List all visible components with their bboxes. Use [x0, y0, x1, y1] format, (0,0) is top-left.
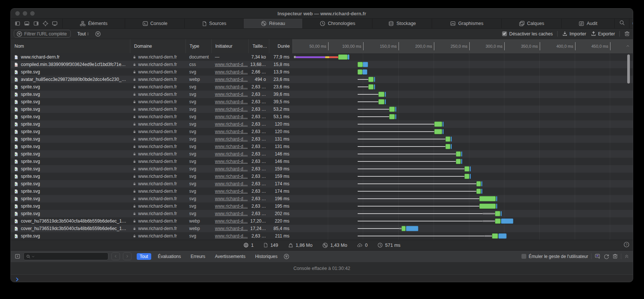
- table-row[interactable]: sprite.svg www.richard-dern.fr svg www.r…: [11, 68, 633, 76]
- import-button[interactable]: Importer: [562, 31, 586, 37]
- console-scope-avertissements[interactable]: Avertissements: [212, 253, 248, 260]
- status-item: 0: [357, 243, 368, 248]
- column-header-type[interactable]: Type: [185, 39, 211, 53]
- console-scope-erreurs[interactable]: Erreurs: [188, 253, 208, 260]
- url-filter-field[interactable]: Filtrer l'URL complète: [14, 30, 71, 38]
- tab-calques[interactable]: Calques: [502, 19, 562, 28]
- console-scope-évaluations[interactable]: Évaluations: [155, 253, 184, 260]
- initiator-link[interactable]: www.richard-d…: [215, 114, 248, 119]
- table-row[interactable]: sprite.svg www.richard-dern.fr svg www.r…: [11, 135, 633, 143]
- export-button[interactable]: Exporter: [591, 31, 615, 37]
- initiator-link[interactable]: www.richard-d…: [215, 226, 248, 231]
- table-row[interactable]: sprite.svg www.richard-dern.fr svg www.r…: [11, 113, 633, 120]
- reload-icon[interactable]: [603, 254, 609, 259]
- console-prompt[interactable]: [11, 275, 633, 282]
- console-drawer-toggle-icon[interactable]: [15, 254, 20, 259]
- help-icon[interactable]: ?: [624, 242, 629, 248]
- table-row[interactable]: sprite.svg www.richard-dern.fr svg www.r…: [11, 98, 633, 106]
- js-context-icon[interactable]: JS: [594, 254, 600, 259]
- initiator-link[interactable]: www.richard-d…: [215, 181, 248, 186]
- initiator-link[interactable]: www.richard-d…: [215, 62, 248, 67]
- initiator-link[interactable]: www.richard-d…: [215, 218, 248, 224]
- dock-left-icon[interactable]: [15, 21, 20, 26]
- next-result-button[interactable]: [123, 252, 131, 260]
- resource-type-select[interactable]: Tout: [77, 31, 91, 37]
- console-filter-icon[interactable]: [283, 254, 289, 259]
- table-row[interactable]: sprite.svg www.richard-dern.fr svg www.r…: [11, 232, 633, 240]
- svg-text:css: css: [15, 64, 17, 66]
- initiator-link[interactable]: www.richard-d…: [215, 151, 248, 157]
- initiator-link[interactable]: www.richard-d…: [215, 99, 248, 104]
- table-row[interactable]: sprite.svg www.richard-dern.fr svg www.r…: [11, 83, 633, 91]
- tab-console[interactable]: Console: [125, 19, 185, 28]
- initiator-link[interactable]: www.richard-d…: [215, 84, 248, 89]
- initiator-link[interactable]: www.richard-d…: [215, 189, 248, 194]
- table-row[interactable]: sprite.svg www.richard-dern.fr svg www.r…: [11, 128, 633, 135]
- table-row[interactable]: csscompiled.min.38390909f303624ed9e1cf1b…: [11, 61, 633, 68]
- initiator-link[interactable]: www.richard-d…: [215, 129, 248, 134]
- initiator-link[interactable]: www.richard-d…: [215, 92, 248, 97]
- table-row[interactable]: sprite.svg www.richard-dern.fr svg www.r…: [11, 91, 633, 98]
- table-row[interactable]: cover_hu736519dc3b5040cfa48b6b559b6de6ec…: [11, 217, 633, 225]
- initiator-link[interactable]: www.richard-d…: [215, 159, 248, 164]
- initiator-link[interactable]: www.richard-d…: [215, 196, 248, 201]
- table-row[interactable]: sprite.svg www.richard-dern.fr svg www.r…: [11, 188, 633, 195]
- tab-chronologies[interactable]: Chronologies: [303, 19, 372, 28]
- initiator-link[interactable]: www.richard-d…: [215, 107, 248, 112]
- device-icon[interactable]: [52, 21, 58, 26]
- console-scope-tout[interactable]: Tout: [137, 253, 151, 260]
- column-header-initiator[interactable]: Initiateur: [211, 39, 248, 53]
- tab-graphismes[interactable]: Graphismes: [432, 19, 502, 28]
- dock-right-icon[interactable]: [33, 21, 39, 26]
- settings-tab[interactable]: ⚙: [629, 19, 633, 28]
- initiator-link[interactable]: www.richard-d…: [215, 122, 248, 127]
- collapse-console-icon[interactable]: [624, 254, 629, 259]
- initiator-link[interactable]: www.richard-d…: [215, 77, 248, 82]
- clear-network-icon[interactable]: [624, 31, 630, 37]
- initiator-link[interactable]: www.richard-d…: [215, 174, 248, 179]
- initiator-link[interactable]: www.richard-d…: [215, 166, 248, 171]
- dock-bottom-icon[interactable]: [24, 21, 30, 26]
- column-header-name[interactable]: Nom: [11, 39, 130, 53]
- table-row[interactable]: sprite.svg www.richard-dern.fr svg www.r…: [11, 195, 633, 202]
- table-row[interactable]: avatar_hu85ecc3e298728880b0bde2dcc4e5c23…: [11, 76, 633, 83]
- console-search-input[interactable]: [36, 254, 106, 259]
- tab-stockage[interactable]: Stockage: [372, 19, 432, 28]
- emulate-user-gesture-checkbox[interactable]: Émuler le geste de l'utilisateur: [521, 254, 588, 259]
- table-row[interactable]: sprite.svg www.richard-dern.fr svg www.r…: [11, 165, 633, 173]
- previous-result-button[interactable]: [111, 252, 120, 260]
- table-row[interactable]: sprite.svg www.richard-dern.fr svg www.r…: [11, 180, 633, 188]
- table-row[interactable]: sprite.svg www.richard-dern.fr svg www.r…: [11, 173, 633, 180]
- clear-console-icon[interactable]: [612, 254, 618, 259]
- column-header-size[interactable]: Taille…: [248, 39, 269, 53]
- tab-réseau[interactable]: Réseau: [244, 19, 303, 28]
- table-row[interactable]: sprite.svg www.richard-dern.fr svg www.r…: [11, 106, 633, 113]
- table-row[interactable]: sprite.svg www.richard-dern.fr svg www.r…: [11, 202, 633, 210]
- vertical-scrollbar[interactable]: [627, 54, 630, 84]
- column-header-domain[interactable]: Domaine: [130, 39, 185, 53]
- initiator-link[interactable]: www.richard-d…: [215, 211, 248, 216]
- element-picker-icon[interactable]: [42, 21, 48, 26]
- tab-audit[interactable]: Audit: [562, 19, 615, 28]
- tab-éléments[interactable]: Éléments: [63, 19, 125, 28]
- table-row[interactable]: www.richard-dern.fr www.richard-dern.fr …: [11, 53, 633, 61]
- chevron-up-icon[interactable]: [625, 44, 630, 49]
- initiator-link[interactable]: www.richard-d…: [215, 144, 248, 149]
- initiator-link[interactable]: www.richard-d…: [215, 69, 248, 75]
- table-row[interactable]: cover_hu736519dc3b5040cfa48b6b559b6de6ec…: [11, 225, 633, 232]
- search-tab[interactable]: [615, 19, 629, 28]
- table-row[interactable]: sprite.svg www.richard-dern.fr svg www.r…: [11, 150, 633, 158]
- initiator-link[interactable]: www.richard-d…: [215, 233, 248, 239]
- table-row[interactable]: sprite.svg www.richard-dern.fr svg www.r…: [11, 120, 633, 128]
- initiator-link[interactable]: www.richard-d…: [215, 136, 248, 142]
- table-row[interactable]: sprite.svg www.richard-dern.fr svg www.r…: [11, 210, 633, 217]
- console-search-field[interactable]: [23, 252, 108, 260]
- initiator-link[interactable]: www.richard-d…: [215, 204, 248, 209]
- disable-caches-checkbox[interactable]: Désactiver les caches: [502, 31, 553, 37]
- console-scope-historiques[interactable]: Historiques: [252, 253, 280, 260]
- tab-sources[interactable]: Sources: [185, 19, 244, 28]
- table-row[interactable]: sprite.svg www.richard-dern.fr svg www.r…: [11, 143, 633, 150]
- filter-options-icon[interactable]: [95, 31, 101, 37]
- table-row[interactable]: sprite.svg www.richard-dern.fr svg www.r…: [11, 158, 633, 165]
- column-header-duration[interactable]: Durée: [269, 39, 292, 53]
